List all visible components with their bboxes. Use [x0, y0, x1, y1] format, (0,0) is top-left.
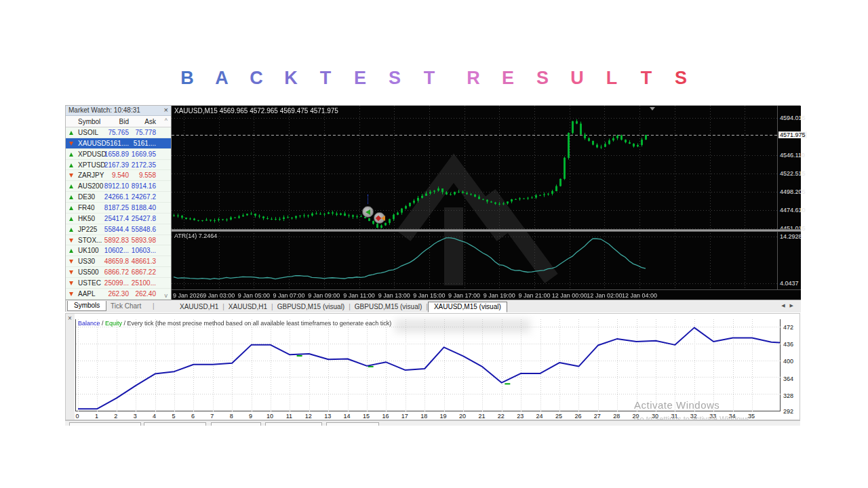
column-ask: Ask [144, 118, 156, 125]
tester-tab-stub[interactable] [69, 422, 141, 426]
title-letter: L [595, 68, 629, 89]
tester-x-tick: 9 [244, 413, 258, 420]
time-tick-label: 9 Jan 2026 [173, 292, 203, 299]
tab-symbols[interactable]: Symbols [67, 301, 106, 311]
title-letter: S [378, 68, 412, 89]
title-letter: A [205, 68, 239, 89]
chart-tab-0[interactable]: XAUUSD,H1 [176, 303, 222, 310]
market-watch-row-zarjpy[interactable]: ZARJPY9.5409.558 [66, 170, 171, 181]
market-watch-titlebar: Market Watch: 10:48:31 × [66, 106, 171, 116]
tester-x-tick: 4 [148, 413, 161, 420]
legend-method: / Every tick (the most precise method ba… [122, 320, 391, 327]
ask-price: 262.40 [135, 290, 156, 298]
down-arrow-icon [69, 239, 73, 243]
title-letter: C [239, 68, 274, 89]
scroll-up-icon[interactable]: ^ [165, 117, 167, 124]
symbol-name: AUS200 [78, 182, 103, 190]
tester-x-tick: 3 [128, 413, 142, 420]
current-bar-marker-icon [650, 107, 655, 110]
sell-diamond-icon [376, 216, 381, 221]
scroll-down-icon[interactable]: v [165, 292, 168, 299]
price-tick-label: 4522.515 [780, 170, 806, 177]
market-watch-row-us500[interactable]: US5006866.726867.22 [66, 267, 171, 278]
tester-y-tick: 400 [783, 358, 793, 365]
title-letter: R [456, 68, 491, 89]
legend-equity: Equity [105, 320, 122, 327]
symbol-name: FR40 [78, 204, 94, 211]
bid-price: 8912.10 [104, 182, 129, 190]
time-tick-label: 9 Jan 05:00 [238, 292, 270, 299]
market-watch-row-fr40[interactable]: FR408187.258188.40 [66, 203, 171, 214]
symbol-name: US30 [78, 258, 95, 265]
market-watch-row-hk50[interactable]: HK5025417.425427.8 [66, 214, 171, 224]
chart-tab-4[interactable]: XAUUSD,M15 (visual) [428, 302, 507, 312]
up-arrow-icon [69, 249, 73, 253]
candlestick-canvas[interactable] [172, 106, 777, 289]
tester-graph[interactable]: Balance / Equity / Every tick (the most … [75, 319, 781, 411]
tester-tab-stub[interactable] [211, 422, 261, 426]
chart-ohlc-header: XAUUSD,M15 4569.965 4572.965 4569.475 45… [174, 107, 338, 115]
tester-y-tick: 364 [783, 375, 793, 382]
market-watch-row-us30[interactable]: US3048659.848661.3 [66, 256, 171, 267]
tester-x-tick: 14 [340, 413, 354, 420]
market-watch-row-aus200[interactable]: AUS2008912.108914.16 [66, 181, 171, 192]
market-watch-row-ustec[interactable]: USTEC25099...25100... [66, 278, 171, 289]
down-arrow-icon [69, 142, 73, 146]
chart-tab-3[interactable]: GBPUSD,M15 (visual) [351, 303, 426, 310]
tester-tab-stub[interactable] [326, 422, 379, 426]
tester-x-tick: 6 [186, 413, 199, 420]
chart-tab-1[interactable]: XAUUSD,H1 [224, 303, 271, 310]
scroll-right-icon[interactable]: ▶ [790, 303, 798, 308]
ask-price: 25427.8 [132, 215, 156, 222]
market-watch-row-usoil[interactable]: USOIL75.76575.778 [66, 127, 171, 138]
ask-price: 48661.3 [132, 258, 156, 265]
scroll-left-icon[interactable]: ◀ [781, 303, 789, 308]
close-icon[interactable]: × [68, 314, 72, 322]
up-arrow-icon [69, 163, 73, 167]
market-watch-row-aapl[interactable]: AAPL262.30262.40 [66, 289, 171, 300]
page-title: BACKTESTRESULTS [0, 68, 868, 89]
title-letter: B [170, 68, 205, 89]
close-icon[interactable]: × [164, 106, 168, 114]
pane-separator[interactable] [172, 229, 801, 232]
balance-curve-canvas[interactable] [76, 319, 781, 411]
tester-x-tick: 11 [282, 413, 296, 420]
time-axis[interactable]: 9 Jan 20269 Jan 03:009 Jan 05:009 Jan 07… [172, 289, 801, 300]
market-watch-row-xpdusd[interactable]: XPDUSD1658.891669.95 [66, 149, 171, 160]
price-axis[interactable]: 4594.0154571.9754546.1104522.5154498.205… [777, 106, 801, 289]
time-tick-label: 9 Jan 09:00 [308, 292, 340, 299]
bid-price: 262.30 [108, 290, 129, 298]
ask-price: 5161.... [134, 140, 156, 147]
market-watch-row-de30[interactable]: DE3024266.124267.2 [66, 192, 171, 203]
title-letter: S [526, 68, 560, 89]
up-arrow-icon [69, 184, 73, 188]
ask-price: 1669.95 [132, 150, 156, 158]
tester-x-tick: 1 [90, 413, 103, 420]
trade-marker-buy[interactable] [362, 206, 374, 218]
chart-tab-2[interactable]: GBPUSD,M15 (visual) [273, 303, 349, 310]
mt4-terminal: Market Watch: 10:48:31 × Symbol Bid Ask … [65, 105, 800, 312]
price-tick-label: 4594.015 [780, 115, 806, 121]
tester-tab-stub[interactable] [144, 422, 206, 426]
time-tick-label: 9 Jan 15:00 [413, 292, 445, 299]
tab-tick-chart[interactable]: Tick Chart [111, 302, 141, 310]
tab-scroll-arrows[interactable]: ◀▶ [781, 303, 798, 308]
ask-price: 2172.35 [132, 161, 156, 169]
market-watch-row-uk100[interactable]: UK10010602...10603... [66, 245, 171, 256]
time-tick-label: 12 Jan 04:00 [622, 292, 657, 299]
market-watch-row-jp225[interactable]: JP22555844.455848.6 [66, 224, 171, 235]
chart-panel: XAUUSD,M15 4569.965 4572.965 4569.475 45… [172, 106, 801, 300]
tester-x-tick: 16 [378, 413, 392, 420]
market-watch-panel: Market Watch: 10:48:31 × Symbol Bid Ask … [66, 106, 172, 300]
tester-tab-stub[interactable] [265, 422, 322, 426]
trade-marker-sell[interactable] [374, 212, 385, 224]
time-tick-label: 9 Jan 21:00 [518, 292, 550, 299]
chart-plot[interactable]: XAUUSD,M15 4569.965 4572.965 4569.475 45… [172, 106, 777, 289]
market-watch-row-xauusd[interactable]: XAUUSD5161....5161.... [66, 138, 171, 149]
tester-x-tick: 15 [359, 413, 373, 420]
market-watch-row-stox[interactable]: STOX...5892.835893.98 [66, 235, 171, 246]
tester-y-tick: 328 [783, 392, 793, 399]
price-tick-label: 4546.110 [780, 152, 805, 159]
bid-price: 5161.... [106, 140, 129, 147]
market-watch-row-xptusd[interactable]: XPTUSD2167.392172.35 [66, 160, 171, 171]
